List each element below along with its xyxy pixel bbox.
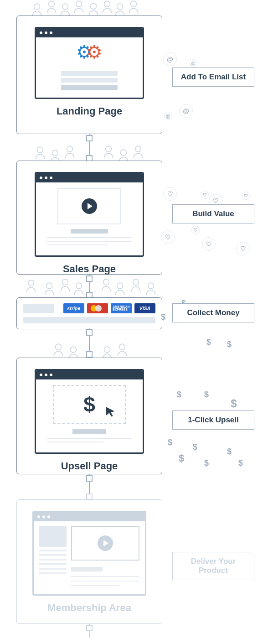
- browser-mock: [32, 511, 146, 596]
- play-icon: [82, 198, 97, 214]
- user-avatar-icon: [114, 282, 126, 296]
- gears-icon: ⚙⚙: [42, 43, 136, 66]
- result-label: Build Value: [192, 209, 234, 218]
- funnel-step-checkout: stripe AMERICANEXPRESS VISA: [16, 297, 162, 329]
- dollar-icon: $: [200, 388, 213, 401]
- result-label: Collect Money: [187, 308, 239, 317]
- user-avatar-icon: [116, 343, 128, 357]
- dollar-icon: $: [188, 440, 202, 454]
- email-at-icon: @: [179, 104, 193, 118]
- user-avatar-icon: [52, 343, 64, 357]
- user-avatar-icon: [34, 146, 46, 160]
- connector-joint: [86, 135, 93, 141]
- result-build-value: Build Value: [172, 204, 254, 223]
- svg-point-6: [117, 4, 123, 10]
- user-avatar-icon: [73, 282, 85, 296]
- heart-icon: ♡: [163, 187, 177, 201]
- dollar-icon: $: [202, 335, 216, 349]
- stripe-logo: stripe: [63, 303, 84, 313]
- connector-joint: [86, 493, 93, 500]
- dollar-icon: $: [222, 445, 236, 458]
- dollar-icon: $: [234, 456, 247, 470]
- video-placeholder: [71, 526, 139, 561]
- dollar-icon: $: [163, 436, 177, 449]
- browser-titlebar: [36, 28, 143, 37]
- svg-point-17: [76, 283, 82, 289]
- user-avatar-icon: [64, 145, 76, 159]
- heart-icon: ♡: [201, 191, 209, 199]
- user-avatar-icon: [101, 0, 113, 14]
- email-at-icon: @: [189, 59, 197, 68]
- user-avatar-icon: [88, 2, 99, 16]
- result-label: 1-Click Upsell: [188, 415, 239, 424]
- heart-icon: ♡: [191, 226, 200, 234]
- user-avatar-icon: [128, 0, 139, 14]
- video-placeholder: [57, 188, 121, 224]
- browser-titlebar: [36, 173, 143, 182]
- dollar-icon: $: [172, 388, 186, 401]
- svg-point-2: [62, 4, 68, 10]
- heart-icon: ♡: [242, 192, 250, 200]
- browser-titlebar: [34, 512, 145, 521]
- browser-titlebar: [36, 370, 143, 379]
- svg-point-7: [131, 1, 137, 7]
- dollar-icon: $: [175, 452, 188, 465]
- user-avatar-icon: [132, 145, 144, 159]
- email-at-icon: @: [163, 52, 177, 66]
- upsell-dropzone: $: [53, 385, 126, 424]
- heart-icon: ♡: [236, 242, 250, 255]
- dollar-icon: $: [200, 456, 213, 470]
- visa-logo: VISA: [134, 303, 155, 313]
- payment-brands-row: stripe AMERICANEXPRESS VISA: [23, 303, 155, 313]
- result-collect-money: Collect Money: [172, 303, 254, 322]
- svg-point-4: [91, 3, 97, 9]
- connector-joint: [86, 329, 93, 336]
- dollar-icon: $: [222, 338, 236, 351]
- svg-point-1: [49, 1, 55, 7]
- heart-icon: ♡: [202, 237, 216, 251]
- user-avatar-icon: [59, 3, 71, 16]
- email-at-icon: @: [164, 112, 172, 120]
- result-one-click-upsell: 1-Click Upsell: [172, 410, 254, 430]
- svg-point-15: [46, 283, 52, 289]
- svg-point-21: [148, 283, 154, 289]
- user-avatar-icon: [46, 0, 57, 14]
- dollar-icon: $: [83, 392, 95, 417]
- connector-joint: [86, 625, 93, 631]
- user-avatar-icon: [31, 3, 43, 16]
- result-add-to-email-list: Add To Email List: [172, 68, 254, 87]
- svg-point-12: [121, 150, 127, 156]
- user-avatar-icon: [114, 3, 126, 16]
- svg-point-22: [56, 344, 62, 350]
- browser-mock: ⚙⚙: [35, 27, 144, 99]
- heart-icon: ♡: [161, 230, 175, 244]
- funnel-step-upsell: $ Upsell Page: [16, 358, 162, 474]
- step-label: Landing Page: [17, 102, 162, 124]
- step-label: Membership Area: [17, 598, 162, 620]
- sidebar-placeholder: [39, 526, 67, 588]
- funnel-step-sales: Sales Page: [16, 161, 162, 275]
- svg-point-11: [106, 146, 112, 152]
- svg-point-25: [119, 344, 125, 350]
- svg-point-10: [67, 146, 73, 152]
- svg-point-9: [52, 150, 58, 156]
- svg-point-8: [37, 147, 43, 153]
- connector-joint: [86, 475, 93, 482]
- amex-logo: AMERICANEXPRESS: [111, 303, 132, 313]
- play-icon: [98, 535, 113, 551]
- connector-joint: [86, 351, 93, 358]
- result-deliver-product: Deliver Your Product: [172, 552, 254, 580]
- svg-point-24: [104, 347, 110, 353]
- user-avatar-icon: [73, 0, 85, 14]
- svg-point-19: [117, 283, 123, 289]
- user-avatar-icon: [43, 282, 55, 296]
- svg-point-13: [135, 146, 141, 152]
- result-label: Add To Email List: [181, 73, 246, 81]
- user-avatar-icon: [103, 145, 114, 159]
- funnel-step-membership: Membership Area: [16, 499, 162, 624]
- svg-point-3: [76, 1, 82, 7]
- dollar-icon: $: [227, 397, 241, 410]
- browser-mock: $: [35, 369, 144, 454]
- browser-mock: [35, 172, 144, 257]
- cursor-icon: [104, 406, 117, 419]
